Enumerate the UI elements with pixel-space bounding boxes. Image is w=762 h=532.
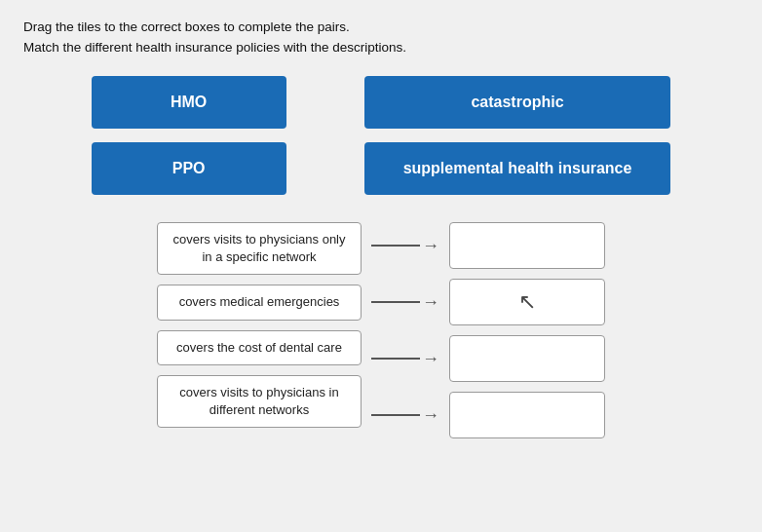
drop-box-3[interactable]	[449, 335, 605, 382]
left-tile-column: HMO PPO	[92, 76, 286, 195]
arrow-line-1	[371, 245, 420, 247]
arrow-1: →	[371, 222, 439, 269]
tile-supplemental[interactable]: supplemental health insurance	[364, 142, 671, 195]
arrowhead-1: →	[422, 236, 439, 256]
description-box-2[interactable]: covers medical emergencies	[157, 285, 362, 320]
drop-box-4[interactable]	[449, 392, 605, 438]
tile-ppo[interactable]: PPO	[92, 142, 286, 195]
tile-hmo[interactable]: HMO	[92, 76, 286, 129]
arrowhead-4: →	[422, 405, 439, 426]
description-box-4[interactable]: covers visits to physicians in different…	[157, 375, 362, 428]
arrowhead-2: →	[422, 292, 439, 313]
drop-zone-column: ↖	[449, 222, 605, 438]
description-box-1[interactable]: covers visits to physicians only in a sp…	[157, 222, 362, 275]
arrow-4: →	[371, 392, 439, 438]
matching-section: covers visits to physicians only in a sp…	[23, 222, 739, 438]
top-tiles-section: HMO PPO catastrophic supplemental health…	[23, 76, 739, 195]
cursor-icon: ↖	[518, 289, 536, 315]
description-column: covers visits to physicians only in a sp…	[157, 222, 362, 438]
arrow-line-2	[371, 301, 420, 303]
arrow-line-4	[371, 414, 420, 416]
right-tile-column: catastrophic supplemental health insuran…	[364, 76, 671, 195]
drop-box-2[interactable]: ↖	[449, 279, 605, 325]
instruction-line2: Match the different health insurance pol…	[23, 40, 739, 55]
arrowhead-3: →	[422, 349, 439, 369]
tile-catastrophic[interactable]: catastrophic	[364, 76, 671, 129]
arrow-line-3	[371, 358, 420, 360]
instruction-line1: Drag the tiles to the correct boxes to c…	[23, 19, 739, 34]
arrow-2: →	[371, 279, 439, 325]
arrow-3: →	[371, 335, 439, 382]
description-box-3[interactable]: covers the cost of dental care	[157, 330, 362, 365]
drop-box-1[interactable]	[449, 222, 605, 269]
arrow-column: → → → →	[362, 222, 449, 438]
